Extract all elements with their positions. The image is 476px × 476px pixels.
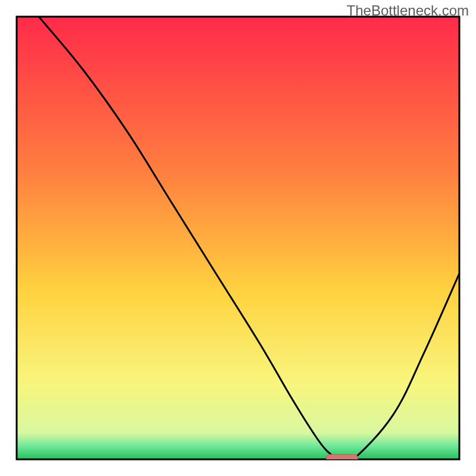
chart-svg [0, 0, 476, 476]
bottleneck-chart: TheBottleneck.com [0, 0, 476, 476]
watermark-text: TheBottleneck.com [347, 2, 469, 19]
plot-background [17, 17, 459, 459]
optimal-marker [326, 455, 358, 462]
